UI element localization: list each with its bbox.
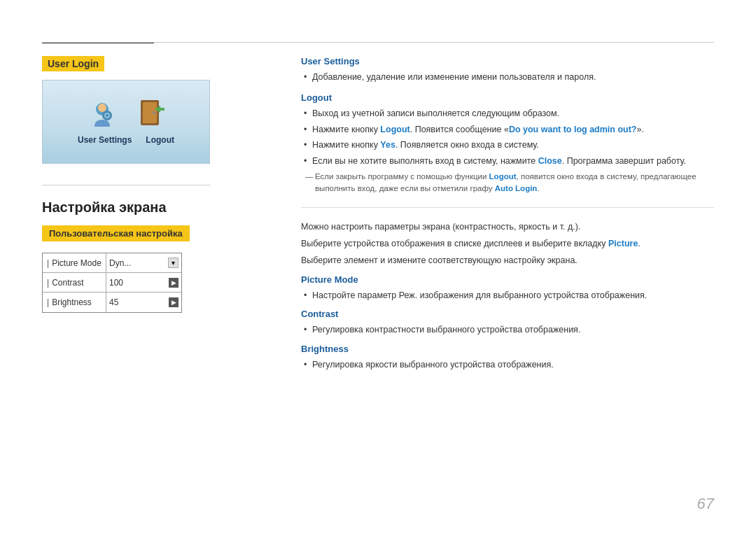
right-column: User Settings Добавление, удаление или и… bbox=[301, 56, 714, 374]
brightness-label: Brightness bbox=[43, 297, 106, 307]
svg-rect-6 bbox=[106, 118, 108, 120]
logout-bullet-4: Если вы не хотите выполнять вход в систе… bbox=[301, 155, 714, 168]
logout-link-2: Do you want to log admin out? bbox=[509, 125, 637, 134]
contrast-label: Contrast bbox=[43, 278, 106, 288]
logout-heading: Logout bbox=[301, 92, 714, 103]
contrast-bullet-1: Регулировка контрастности выбранного уст… bbox=[301, 323, 714, 337]
brightness-text: 45 bbox=[109, 297, 118, 307]
close-link: Close bbox=[538, 156, 562, 166]
picture-mode-list: Настройте параметр Реж. изображения для … bbox=[301, 289, 714, 302]
right-desc-2: Выберите устройства отображения в списке… bbox=[301, 237, 714, 251]
svg-rect-7 bbox=[102, 115, 104, 116]
logout-bullet-3: Нажмите кнопку Yes. Появляется окно вход… bbox=[301, 139, 714, 152]
contrast-text: 100 bbox=[109, 278, 123, 288]
logout-list: Выход из учетной записи выполняется след… bbox=[301, 107, 714, 168]
picture-mode-heading: Picture Mode bbox=[301, 274, 714, 285]
user-login-title: User Login bbox=[42, 56, 104, 71]
user-settings-heading: User Settings bbox=[301, 56, 714, 66]
brightness-list: Регулировка яркости выбранного устройств… bbox=[301, 358, 714, 372]
user-settings-icon bbox=[88, 100, 117, 129]
logout-label: Logout bbox=[146, 135, 174, 145]
screen-settings-title: Настройка экрана bbox=[42, 199, 252, 216]
logout-door-icon bbox=[138, 99, 164, 129]
left-divider bbox=[42, 185, 210, 185]
left-column: User Login bbox=[42, 56, 252, 313]
contrast-arrow[interactable]: ▶ bbox=[169, 278, 178, 288]
brightness-heading: Brightness bbox=[301, 344, 714, 354]
user-settings-bullet-1: Добавление, удаление или изменение имени… bbox=[301, 71, 714, 84]
user-login-box: User Settings Logout bbox=[42, 80, 210, 164]
top-rule bbox=[42, 42, 714, 43]
brightness-value: 45 ▶ bbox=[106, 293, 181, 312]
contrast-heading: Contrast bbox=[301, 309, 714, 319]
svg-rect-8 bbox=[110, 115, 112, 116]
picture-mode-dropdown[interactable]: ▾ bbox=[168, 258, 178, 268]
logout-bullet-2: Нажмите кнопку Logout. Появится сообщени… bbox=[301, 123, 714, 136]
svg-point-11 bbox=[153, 111, 155, 114]
right-desc-1: Можно настроить параметры экрана (контра… bbox=[301, 220, 714, 234]
right-divider bbox=[301, 207, 714, 208]
settings-table: Picture Mode Dyn... ▾ Contrast 100 ▶ bbox=[42, 253, 182, 313]
picture-mode-value: Dyn... ▾ bbox=[106, 253, 181, 272]
brightness-arrow[interactable]: ▶ bbox=[169, 297, 178, 307]
svg-point-4 bbox=[106, 114, 108, 117]
user-settings-label: User Settings bbox=[78, 135, 132, 145]
login-icons-row bbox=[88, 99, 164, 129]
page-number: 67 bbox=[697, 495, 714, 513]
yes-link: Yes bbox=[380, 140, 396, 150]
brightness-row: Brightness 45 ▶ bbox=[43, 293, 181, 312]
custom-settings-badge: Пользовательская настройка bbox=[42, 225, 190, 241]
contrast-list: Регулировка контрастности выбранного уст… bbox=[301, 323, 714, 337]
auto-login-link: Auto Login bbox=[495, 184, 538, 192]
contrast-value: 100 ▶ bbox=[106, 273, 181, 292]
right-desc-3: Выберите элемент и измените соответствую… bbox=[301, 254, 714, 267]
logout-icon-wrap bbox=[138, 99, 164, 129]
logout-note-link1: Logout bbox=[489, 172, 517, 181]
picture-mode-row: Picture Mode Dyn... ▾ bbox=[43, 253, 181, 273]
logout-bullet-1: Выход из учетной записи выполняется след… bbox=[301, 107, 714, 120]
picture-mode-label: Picture Mode bbox=[43, 258, 106, 268]
brightness-bullet-1: Регулировка яркости выбранного устройств… bbox=[301, 358, 714, 372]
login-labels: User Settings Logout bbox=[78, 135, 174, 145]
user-settings-list: Добавление, удаление или изменение имени… bbox=[301, 71, 714, 84]
logout-link-1: Logout bbox=[380, 125, 410, 134]
picture-mode-bullet-1: Настройте параметр Реж. изображения для … bbox=[301, 289, 714, 302]
svg-rect-5 bbox=[106, 111, 108, 113]
contrast-row: Contrast 100 ▶ bbox=[43, 273, 181, 293]
logout-note: Если закрыть программу с помощью функции… bbox=[301, 171, 714, 195]
picture-mode-text: Dyn... bbox=[109, 258, 131, 268]
picture-link: Picture bbox=[608, 239, 638, 248]
svg-point-1 bbox=[98, 104, 106, 112]
screen-settings-section: Настройка экрана Пользовательская настро… bbox=[42, 199, 252, 313]
user-settings-icon-wrap bbox=[88, 100, 117, 129]
